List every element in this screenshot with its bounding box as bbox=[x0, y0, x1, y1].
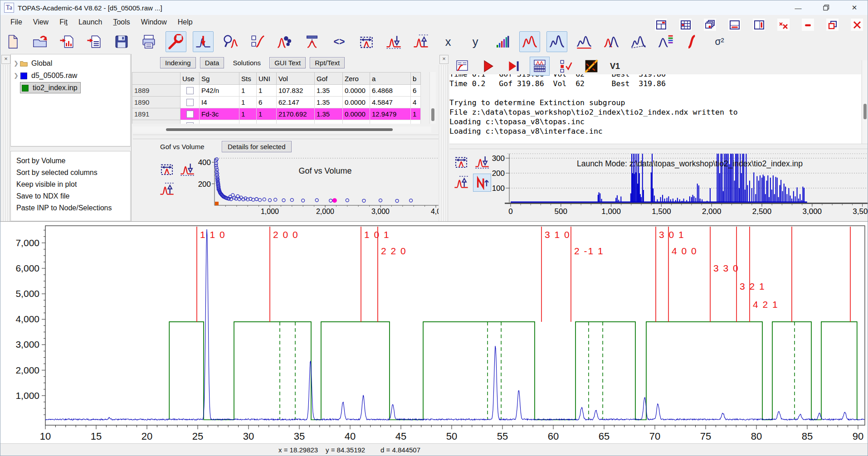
column-header-Gof[interactable]: Gof bbox=[315, 73, 343, 85]
gof-vs-volume-tab[interactable]: Gof vs Volume bbox=[160, 143, 205, 150]
print-button[interactable] bbox=[138, 31, 159, 52]
close-left-panel-icon[interactable]: × bbox=[1, 55, 10, 64]
cascade-windows-button[interactable] bbox=[704, 19, 716, 31]
menu-fit[interactable]: Fit bbox=[54, 16, 73, 28]
show-calc-pattern-button[interactable] bbox=[519, 31, 540, 52]
diffraction-plot[interactable]: 10152025303540455055606570758085901,0002… bbox=[0, 221, 868, 443]
launch-zoom-extents-icon[interactable] bbox=[452, 153, 470, 171]
close-right-panel-icon[interactable]: × bbox=[439, 55, 449, 64]
menu-file[interactable]: File bbox=[5, 16, 28, 28]
close-child-button[interactable] bbox=[851, 19, 863, 31]
table-horizontal-scrollbar[interactable] bbox=[133, 126, 431, 133]
close-all-button[interactable] bbox=[777, 19, 790, 31]
tree-item-global[interactable]: ❯Global bbox=[11, 57, 130, 69]
left-dock-handle[interactable] bbox=[0, 65, 10, 221]
structure-view-button[interactable] bbox=[274, 31, 295, 52]
use-checkbox[interactable] bbox=[186, 122, 194, 124]
action-keep-visible-in-plot[interactable]: Keep visible in plot bbox=[11, 179, 130, 190]
action-save-to-ndx-file[interactable]: Save to NDX file bbox=[11, 190, 130, 202]
y-axis-button[interactable]: y bbox=[465, 31, 486, 52]
correlation-matrix-button[interactable] bbox=[581, 57, 601, 76]
table-row[interactable]: 1890I41662.1471.350.00004.58474 bbox=[132, 97, 421, 108]
tab-rpt-text[interactable]: Rpt/Text bbox=[310, 57, 345, 68]
use-checkbox[interactable] bbox=[186, 111, 194, 118]
table-row[interactable]: 1891Fd-3c112170.6921.350.000012.94791 bbox=[132, 108, 421, 120]
table-row[interactable]: 1889P42/n11107.8321.350.00006.48686 bbox=[132, 85, 421, 97]
window-preview-button[interactable] bbox=[655, 19, 667, 31]
column-header-Sts[interactable]: Sts bbox=[239, 73, 257, 85]
run-fit-button[interactable] bbox=[193, 31, 214, 52]
convolution-step-button[interactable] bbox=[683, 31, 703, 52]
column-check-button[interactable] bbox=[556, 57, 575, 76]
show-obs-pattern-button[interactable] bbox=[546, 31, 567, 52]
x-axis-button[interactable]: x bbox=[438, 31, 458, 52]
fit-settings-button[interactable] bbox=[166, 31, 186, 52]
column-header-Vol[interactable]: Vol bbox=[277, 73, 315, 85]
column-header-Use[interactable]: Use bbox=[180, 73, 200, 85]
window-grid-button[interactable] bbox=[679, 19, 692, 31]
column-header-a[interactable]: a bbox=[370, 73, 411, 85]
gof-send-up-icon[interactable] bbox=[158, 180, 176, 199]
action-sort-by-selected-columns[interactable]: Sort by selected columns bbox=[11, 167, 130, 179]
center-splitter[interactable] bbox=[133, 135, 439, 139]
sigma-squared-button[interactable]: σ² bbox=[710, 31, 731, 52]
split-vertical-button[interactable] bbox=[753, 19, 765, 31]
open-project-button[interactable] bbox=[29, 31, 50, 52]
launch-volume-histogram[interactable]: 10020030005001,0001,5002,0002,5003,0003,… bbox=[449, 151, 868, 221]
menu-help[interactable]: Help bbox=[172, 16, 198, 28]
action-sort-by-volume[interactable]: Sort by Volume bbox=[11, 155, 130, 167]
new-document-button[interactable] bbox=[2, 31, 23, 52]
tab-indexing[interactable]: Indexing bbox=[160, 57, 196, 68]
column-header-Sg[interactable]: Sg bbox=[200, 73, 239, 85]
peak-shift-up-button[interactable] bbox=[410, 31, 431, 52]
details-for-selected-button[interactable]: Details for selected bbox=[222, 141, 292, 152]
table-row[interactable] bbox=[132, 120, 421, 124]
restore-button[interactable] bbox=[812, 0, 840, 15]
left-center-divider[interactable] bbox=[131, 54, 132, 221]
minimize-button[interactable]: — bbox=[784, 0, 812, 15]
show-phase-pattern-button[interactable] bbox=[601, 31, 622, 52]
gof-zoom-extents-icon[interactable] bbox=[158, 160, 176, 178]
tree-item-tio2-index-inp[interactable]: tio2_index.inp bbox=[11, 82, 130, 94]
column-header-UNI[interactable]: UNI bbox=[257, 73, 277, 85]
expander-chevron-icon[interactable]: ❯ bbox=[14, 60, 20, 67]
menu-tools[interactable]: Tools bbox=[107, 16, 135, 28]
show-hkl-ticks-button[interactable] bbox=[655, 31, 676, 52]
table-vertical-scrollbar[interactable] bbox=[429, 72, 436, 124]
results-grid-button[interactable] bbox=[452, 57, 472, 76]
show-diff-pattern-button[interactable] bbox=[574, 31, 595, 52]
minimize-child-button[interactable] bbox=[802, 19, 814, 31]
run-to-end-button[interactable] bbox=[504, 57, 524, 76]
tab-data[interactable]: Data bbox=[200, 57, 224, 68]
split-horizontal-button[interactable] bbox=[728, 19, 741, 31]
use-checkbox[interactable] bbox=[186, 99, 194, 106]
action-paste-inp-to-node-selections[interactable]: Paste INP to Node/Selections bbox=[11, 202, 130, 214]
restore-child-button[interactable] bbox=[826, 19, 839, 31]
save-button[interactable] bbox=[111, 31, 132, 52]
insert-peak-button[interactable] bbox=[302, 31, 322, 52]
code-view-button[interactable]: <> bbox=[329, 31, 350, 52]
close-button[interactable]: ✕ bbox=[840, 0, 868, 15]
launch-normalize-icon[interactable] bbox=[473, 174, 491, 192]
solutions-table[interactable]: UseSgStsUNIVolGofZeroab1889P42/n11107.83… bbox=[132, 72, 421, 124]
launch-send-up-icon[interactable] bbox=[452, 174, 470, 192]
zoom-range-button[interactable] bbox=[356, 31, 377, 52]
cell-grid-button[interactable] bbox=[530, 57, 550, 76]
column-header-b[interactable]: b bbox=[411, 73, 421, 85]
gof-send-down-icon[interactable] bbox=[178, 160, 196, 178]
column-header-Zero[interactable]: Zero bbox=[343, 73, 370, 85]
tab-solutions[interactable]: Solutions bbox=[228, 57, 265, 68]
tab-gui-text[interactable]: GUI Text bbox=[269, 57, 306, 68]
console-scrollbar[interactable] bbox=[862, 60, 868, 144]
launch-send-down-icon[interactable] bbox=[473, 153, 491, 171]
right-dock-handle[interactable] bbox=[439, 65, 448, 221]
right-splitter[interactable] bbox=[449, 144, 868, 149]
peak-shift-down-button[interactable] bbox=[383, 31, 404, 52]
output-console[interactable]: Time 0.1 Gof 319.86 Vol 62 Best 319.86Ti… bbox=[449, 74, 861, 144]
select-peaks-button[interactable] bbox=[247, 31, 268, 52]
use-checkbox[interactable] bbox=[186, 87, 194, 94]
import-template-button[interactable] bbox=[84, 31, 105, 52]
run-button[interactable] bbox=[478, 57, 498, 76]
column-header-row-id[interactable] bbox=[132, 73, 180, 85]
import-data-button[interactable] bbox=[57, 31, 78, 52]
